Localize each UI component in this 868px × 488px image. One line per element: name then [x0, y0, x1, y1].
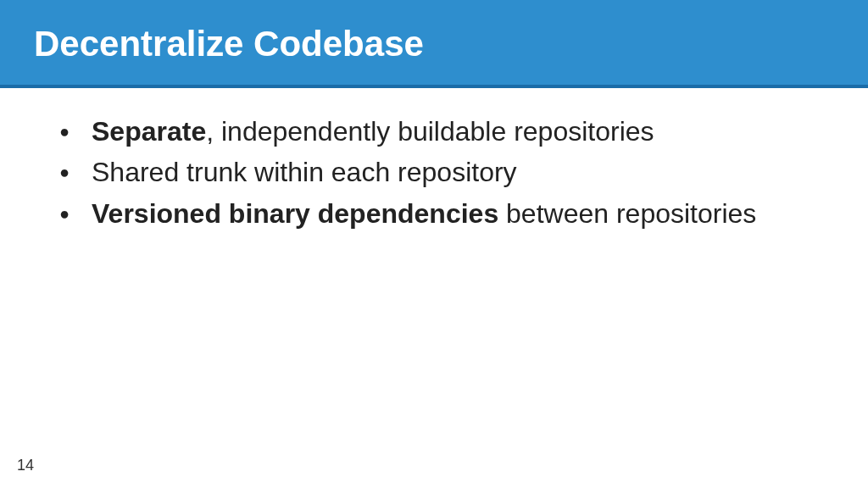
slide-header: Decentralize Codebase: [0, 0, 868, 88]
bullet-item: Versioned binary dependencies between re…: [51, 194, 817, 233]
bullet-bold-text: Separate: [92, 116, 206, 147]
bullet-bold-text: Versioned binary dependencies: [92, 198, 498, 229]
bullet-text: Shared trunk within each repository: [92, 157, 517, 187]
page-number: 14: [17, 457, 34, 474]
slide-content: Separate, independently buildable reposi…: [0, 88, 868, 233]
bullet-text: , independently buildable repositories: [206, 116, 654, 147]
bullet-item: Separate, independently buildable reposi…: [51, 112, 817, 151]
bullet-item: Shared trunk within each repository: [51, 152, 817, 191]
bullet-list: Separate, independently buildable reposi…: [51, 112, 817, 233]
bullet-text: between repositories: [498, 198, 756, 229]
slide-title: Decentralize Codebase: [34, 24, 834, 64]
